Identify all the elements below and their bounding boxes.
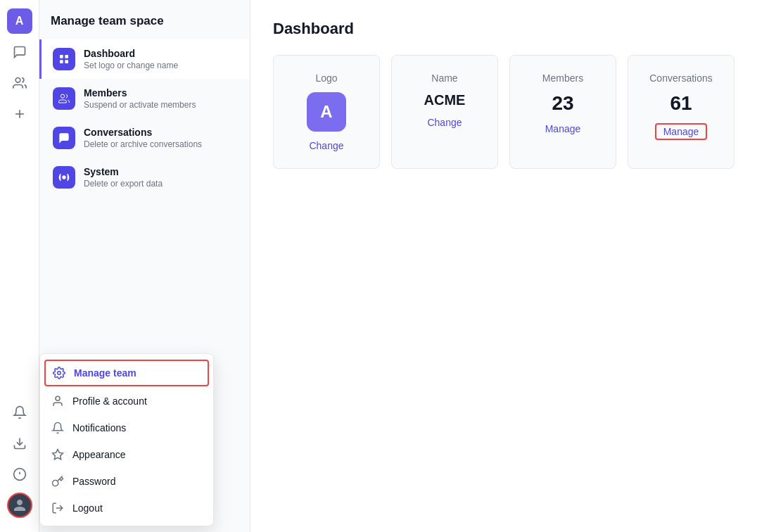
sidebar-sub-dashboard: Set logo or change name xyxy=(84,61,178,70)
card-logo: Logo A Change xyxy=(273,55,380,169)
bell-icon xyxy=(51,422,64,434)
members-manage-btn[interactable]: Manage xyxy=(545,123,581,134)
icon-bar: A xyxy=(0,0,39,532)
sidebar-item-conversations[interactable]: Conversations Delete or archive conversa… xyxy=(39,118,250,158)
download-icon-btn[interactable] xyxy=(7,431,32,456)
chat-icon-btn[interactable] xyxy=(7,39,32,65)
svg-rect-10 xyxy=(65,60,68,63)
sidebar-label-conversations: Conversations xyxy=(84,127,202,138)
team-name-value: ACME xyxy=(424,92,466,108)
popup-appearance[interactable]: Appearance xyxy=(40,441,213,468)
card-logo-label: Logo xyxy=(315,72,337,84)
contacts-icon-btn[interactable] xyxy=(7,70,32,96)
popup-password[interactable]: Password xyxy=(40,468,213,495)
main-content: Dashboard Logo A Change Name ACME Change… xyxy=(250,0,757,532)
members-count: 23 xyxy=(552,92,573,115)
sidebar-sub-conversations: Delete or archive conversations xyxy=(84,139,202,149)
popup-password-label: Password xyxy=(72,476,115,487)
popup-manage-team[interactable]: Manage team xyxy=(44,360,209,386)
workspace-avatar[interactable]: A xyxy=(7,8,32,34)
add-icon-btn[interactable] xyxy=(7,101,32,127)
card-members: Members 23 Manage xyxy=(509,55,616,169)
logo-avatar: A xyxy=(307,92,346,132)
conversations-count: 61 xyxy=(670,92,692,115)
key-icon xyxy=(51,475,64,488)
card-name-label: Name xyxy=(431,72,457,84)
logout-icon xyxy=(51,502,64,514)
svg-point-0 xyxy=(15,78,20,83)
svg-point-11 xyxy=(63,176,65,179)
members-icon xyxy=(53,87,75,110)
user-avatar-btn[interactable] xyxy=(7,493,32,518)
sidebar-label-members: Members xyxy=(84,87,196,99)
svg-point-13 xyxy=(56,396,60,400)
card-conversations: Conversations 61 Manage xyxy=(628,55,734,169)
name-change-btn[interactable]: Change xyxy=(427,117,462,128)
sidebar-label-dashboard: Dashboard xyxy=(84,48,178,59)
sidebar-sub-members: Suspend or activate members xyxy=(84,100,196,110)
svg-rect-9 xyxy=(60,60,63,63)
popup-overlay: Manage team Profile & account Notificati… xyxy=(39,353,214,532)
help-icon-btn[interactable] xyxy=(7,462,32,487)
svg-rect-7 xyxy=(60,55,63,58)
gear-icon xyxy=(53,367,65,379)
sidebar-item-members[interactable]: Members Suspend or activate members xyxy=(39,79,250,118)
sidebar-item-dashboard[interactable]: Dashboard Set logo or change name xyxy=(39,39,250,79)
svg-point-12 xyxy=(58,372,61,375)
popup-profile-label: Profile & account xyxy=(72,395,147,407)
popup-menu: Manage team Profile & account Notificati… xyxy=(39,353,214,526)
sidebar-sub-system: Delete or export data xyxy=(84,179,163,189)
popup-logout[interactable]: Logout xyxy=(40,495,213,521)
svg-marker-14 xyxy=(53,450,63,460)
sidebar-label-system: System xyxy=(84,166,163,177)
popup-notifications[interactable]: Notifications xyxy=(40,414,213,441)
card-conversations-label: Conversations xyxy=(649,72,713,84)
notifications-icon-btn[interactable] xyxy=(7,400,32,425)
card-members-label: Members xyxy=(542,72,583,84)
popup-appearance-label: Appearance xyxy=(72,449,126,460)
logo-change-btn[interactable]: Change xyxy=(309,140,343,151)
sidebar-title: Manage team space xyxy=(39,14,250,39)
card-name: Name ACME Change xyxy=(391,55,498,169)
person-icon xyxy=(51,395,64,407)
popup-notifications-label: Notifications xyxy=(72,422,126,433)
popup-profile-account[interactable]: Profile & account xyxy=(40,388,213,414)
page-title: Dashboard xyxy=(273,20,734,38)
system-icon xyxy=(53,166,75,189)
svg-rect-8 xyxy=(65,55,68,58)
star-icon xyxy=(51,448,64,461)
conversations-manage-btn[interactable]: Manage xyxy=(655,123,708,140)
dashboard-icon xyxy=(53,48,75,70)
conversations-icon xyxy=(53,127,75,149)
popup-manage-team-label: Manage team xyxy=(74,367,136,379)
sidebar-item-system[interactable]: System Delete or export data xyxy=(39,158,250,197)
popup-logout-label: Logout xyxy=(72,502,103,514)
dashboard-cards: Logo A Change Name ACME Change Members 2… xyxy=(273,55,734,169)
